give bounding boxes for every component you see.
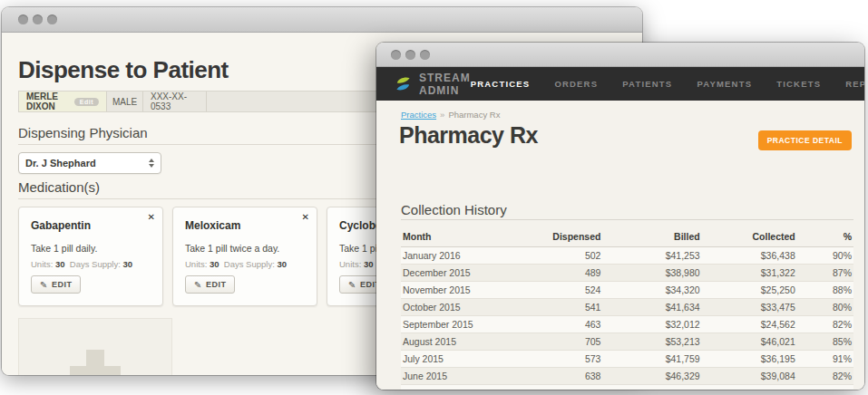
window-minimize-button[interactable]: [405, 50, 415, 60]
edit-medication-button[interactable]: ✎ EDIT: [31, 275, 81, 294]
column-header-dispensed: Dispensed: [522, 227, 603, 247]
medication-directions: Take 1 pill daily.: [31, 243, 97, 254]
table-cell: 91%: [797, 351, 853, 368]
table-cell: 90%: [797, 247, 853, 265]
table-cell: 88%: [797, 282, 853, 299]
table-cell: 82%: [797, 368, 853, 385]
nav-item-reports[interactable]: REPORTS: [845, 79, 864, 89]
table-cell: 82%: [797, 316, 853, 333]
stream-admin-logo-icon: [395, 75, 412, 92]
patient-name: MERLE DIXON: [26, 92, 68, 111]
medication-units: Units: 30 Days Supply: 30: [185, 259, 287, 269]
edit-medication-button[interactable]: ✎ EDIT: [185, 275, 235, 294]
table-row: July 2015573$41,759$36,19591%: [401, 351, 853, 368]
window-close-button[interactable]: [391, 50, 401, 60]
breadcrumb-current: Pharmacy Rx: [448, 110, 500, 120]
patient-edit-badge[interactable]: Edit: [74, 98, 99, 106]
desktop: Dispense to Patient MERLE DIXON Edit MAL…: [0, 0, 868, 395]
table-cell: $34,320: [602, 282, 701, 299]
table-row: January 2016502$41,253$36,43890%: [401, 247, 853, 265]
table-cell: 705: [522, 333, 603, 351]
admin-window-titlebar: [376, 43, 864, 67]
table-cell: 524: [522, 282, 603, 299]
physician-select[interactable]: Dr. J Shephard: [18, 152, 161, 174]
window-zoom-button[interactable]: [420, 50, 430, 60]
brand: STREAM ADMIN: [395, 72, 471, 97]
add-medications-tile[interactable]: ADD MEDICATIONS: [18, 318, 172, 375]
column-header-percent: %: [797, 227, 853, 247]
medication-card: Gabapentin ✕ Take 1 pill daily. Units: 3…: [18, 207, 163, 306]
admin-window: STREAM ADMIN PRACTICES ORDERS PATIENTS P…: [376, 43, 864, 390]
nav-item-practices[interactable]: PRACTICES: [471, 79, 531, 89]
table-row: June 2015638$46,329$39,08482%: [401, 368, 853, 385]
table-cell: $46,021: [702, 333, 797, 351]
window-close-button[interactable]: [18, 14, 28, 24]
table-header-row: Month Dispensed Billed Collected %: [401, 227, 853, 247]
table-cell: $24,562: [702, 316, 797, 333]
medications-section-label: Medication(s): [18, 179, 100, 195]
nav-item-patients[interactable]: PATIENTS: [622, 79, 672, 89]
table-cell: $41,634: [602, 299, 701, 316]
table-cell: $36,195: [702, 351, 797, 368]
physician-section-label: Dispensing Physician: [18, 125, 148, 140]
table-cell: October 2015: [401, 299, 522, 316]
table-cell: $32,012: [602, 316, 701, 333]
table-cell: $33,475: [702, 299, 797, 316]
table-cell: 87%: [797, 265, 853, 282]
page-title: Pharmacy Rx: [399, 122, 538, 149]
patient-name-tab[interactable]: MERLE DIXON Edit: [19, 92, 107, 111]
window-zoom-button[interactable]: [47, 14, 57, 24]
collection-history-label: Collection History: [401, 202, 507, 217]
plus-icon: [70, 350, 121, 375]
table-cell: June 2015: [401, 368, 522, 385]
column-header-collected: Collected: [702, 227, 797, 247]
table-cell: July 2015: [401, 351, 522, 368]
window-minimize-button[interactable]: [33, 14, 43, 24]
table-cell: 502: [522, 247, 603, 265]
table-cell: 573: [522, 351, 603, 368]
physician-selected-value: Dr. J Shephard: [25, 158, 149, 169]
nav-item-tickets[interactable]: TICKETS: [776, 79, 821, 89]
close-icon[interactable]: ✕: [148, 212, 155, 222]
table-cell: December 2015: [401, 265, 522, 282]
medication-directions: Take 1 pill twice a day.: [185, 243, 279, 254]
nav-item-orders[interactable]: ORDERS: [554, 79, 598, 89]
dispense-window-titlebar: [2, 7, 642, 33]
breadcrumb-practices-link[interactable]: Practices: [401, 110, 436, 120]
table-cell: $46,329: [602, 368, 701, 385]
table-cell: $45,292: [602, 385, 701, 390]
column-header-month: Month: [401, 227, 522, 247]
table-cell: $38,567: [702, 385, 797, 390]
table-cell: $41,759: [602, 351, 701, 368]
medication-card: Meloxicam ✕ Take 1 pill twice a day. Uni…: [172, 207, 317, 306]
breadcrumb-separator: »: [440, 110, 444, 120]
close-icon[interactable]: ✕: [302, 212, 309, 222]
table-cell: 85%: [797, 333, 853, 351]
medication-units: Units: 30 Days Supply: 30: [31, 259, 132, 269]
table-cell: 85%: [797, 385, 853, 390]
pencil-icon: ✎: [40, 280, 48, 290]
nav-menu: PRACTICES ORDERS PATIENTS PAYMENTS TICKE…: [471, 79, 864, 89]
medication-name: Meloxicam: [185, 219, 240, 232]
medication-name: Gabapentin: [31, 219, 91, 232]
breadcrumb: Practices»Pharmacy Rx: [401, 110, 500, 120]
table-row: August 2015705$53,213$46,02185%: [401, 333, 853, 351]
table-cell: 541: [522, 299, 603, 316]
practice-detail-button[interactable]: PRACTICE DETAIL: [758, 130, 852, 150]
table-cell: May 2015: [401, 385, 522, 390]
table-cell: $39,084: [702, 368, 797, 385]
collection-history-table: Month Dispensed Billed Collected % Janua…: [401, 227, 853, 390]
page-title: Dispense to Patient: [18, 56, 229, 84]
table-row: September 2015463$32,012$24,56282%: [401, 316, 853, 333]
collection-table-body: January 2016502$41,253$36,43890%December…: [401, 247, 853, 390]
nav-item-payments[interactable]: PAYMENTS: [697, 79, 752, 89]
table-cell: $25,250: [702, 282, 797, 299]
table-row: October 2015541$41,634$33,47580%: [401, 299, 853, 316]
table-cell: 80%: [797, 299, 853, 316]
table-cell: $38,980: [602, 265, 701, 282]
table-cell: November 2015: [401, 282, 522, 299]
table-row: December 2015489$38,980$31,32287%: [401, 265, 853, 282]
table-row: May 2015572$45,292$38,56785%: [401, 385, 853, 390]
table-cell: $53,213: [602, 333, 701, 351]
table-cell: $36,438: [702, 247, 797, 265]
